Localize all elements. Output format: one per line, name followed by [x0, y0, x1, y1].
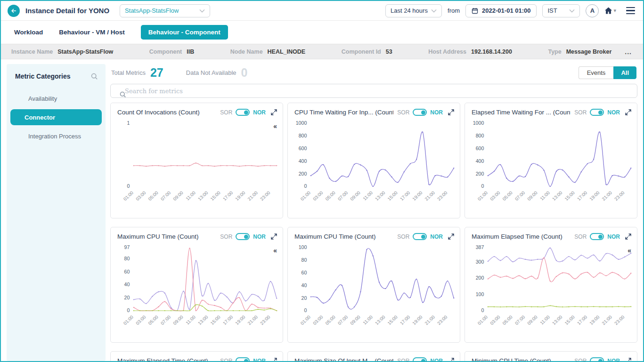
svg-text:17:00: 17:00 — [399, 314, 411, 326]
instance-select[interactable]: StatsApp-StatsFlow — [120, 4, 210, 17]
metric-card-title: CPU Time Waiting For Inp... (Count) — [294, 109, 393, 116]
tab-behaviour-vm-host[interactable]: Behaviour - VM / Host — [59, 29, 125, 36]
sor-nor-toggle[interactable] — [413, 357, 427, 361]
info-label: Type — [548, 48, 561, 55]
svg-text:19:00: 19:00 — [588, 314, 601, 326]
svg-text:23:00: 23:00 — [613, 314, 626, 326]
svg-text:100: 100 — [476, 292, 484, 297]
search-icon[interactable] — [91, 73, 98, 80]
svg-text:13:00: 13:00 — [197, 314, 209, 326]
svg-text:0: 0 — [481, 308, 484, 314]
svg-text:600: 600 — [299, 146, 307, 151]
datetime-picker[interactable]: 2022-01-01 01:00 — [465, 4, 537, 17]
data-not-available-value: 0 — [241, 66, 248, 80]
sor-nor-toggle[interactable] — [236, 357, 250, 361]
expand-icon[interactable] — [625, 109, 631, 115]
sidebar-item-availability[interactable]: Availability — [10, 90, 102, 106]
expand-icon[interactable] — [625, 358, 631, 361]
sor-nor-toggle[interactable] — [590, 233, 604, 240]
legend-collapse-icon[interactable]: « — [273, 247, 277, 254]
svg-text:0: 0 — [481, 184, 484, 189]
expand-icon[interactable] — [625, 233, 631, 240]
sor-nor-toggle[interactable] — [413, 233, 427, 240]
timezone-value: IST — [547, 7, 557, 14]
svg-text:17:00: 17:00 — [222, 314, 234, 326]
svg-text:11:00: 11:00 — [362, 314, 374, 325]
svg-text:0: 0 — [127, 184, 130, 189]
timezone-select[interactable]: IST — [542, 4, 580, 17]
time-range-value: Last 24 hours — [391, 7, 428, 14]
expand-icon[interactable] — [448, 358, 454, 361]
svg-text:15:00: 15:00 — [563, 190, 576, 201]
home-menu[interactable]: ▾ — [604, 7, 616, 14]
sor-label: SOR — [397, 109, 409, 116]
expand-icon[interactable] — [271, 358, 277, 361]
metric-chart: 0200400600800100001:0003:0005:0007:0009:… — [465, 117, 637, 211]
sor-nor-toggle[interactable] — [236, 233, 250, 240]
sidebar-item-label: Connector — [24, 114, 55, 121]
svg-text:07:00: 07:00 — [514, 314, 526, 326]
sor-nor-toggle[interactable] — [590, 357, 604, 361]
sor-label: SOR — [397, 233, 409, 240]
expand-icon[interactable] — [271, 109, 277, 115]
all-button[interactable]: All — [613, 66, 636, 79]
info-field-component-id: Component Id 53 — [342, 48, 392, 55]
svg-text:13:00: 13:00 — [551, 190, 563, 201]
svg-text:21:00: 21:00 — [246, 190, 259, 201]
nor-label: NOR — [430, 358, 443, 362]
svg-text:03:00: 03:00 — [489, 190, 501, 201]
search-input[interactable] — [110, 84, 637, 98]
chevron-down-icon — [199, 9, 205, 13]
svg-text:1: 1 — [127, 121, 130, 126]
info-value: HEAL_INODE — [268, 48, 306, 55]
info-value: 53 — [386, 48, 392, 55]
info-value: Message Broker — [566, 48, 612, 55]
svg-text:800: 800 — [299, 134, 307, 139]
chevron-down-icon — [431, 9, 437, 13]
metric-card: Maximum CPU Time (Count)SORNOR0204060801… — [287, 227, 460, 343]
svg-text:800: 800 — [476, 134, 484, 139]
hamburger-menu-icon[interactable] — [625, 6, 636, 16]
legend-collapse-icon[interactable]: « — [273, 123, 277, 129]
expand-icon[interactable] — [448, 233, 454, 240]
metric-card-title: Count Of Invocations (Count) — [117, 109, 200, 116]
avatar[interactable]: A — [586, 4, 599, 17]
tab-workload[interactable]: Workload — [14, 29, 43, 36]
metric-card-title: Maximum Elapsed Time (Count) — [117, 357, 208, 361]
more-options-icon[interactable]: ... — [625, 48, 632, 56]
svg-text:05:00: 05:00 — [324, 190, 336, 201]
info-label: Node Name — [230, 48, 263, 55]
svg-text:05:00: 05:00 — [147, 314, 159, 326]
metric-chart: 0204060809701:0003:0005:0007:0009:0011:0… — [111, 241, 283, 335]
svg-text:19:00: 19:00 — [588, 190, 601, 201]
info-label: Component Id — [342, 48, 381, 55]
sidebar-item-connector[interactable]: Connector — [10, 109, 102, 125]
info-value: StatsApp-StatsFlow — [57, 48, 113, 55]
info-field-node-name: Node Name HEAL_INODE — [230, 48, 305, 55]
svg-text:300: 300 — [476, 259, 484, 265]
nor-label: NOR — [430, 109, 443, 116]
sor-nor-toggle[interactable] — [236, 109, 250, 116]
sidebar-title: Metric Categories — [15, 72, 70, 80]
svg-text:387: 387 — [476, 245, 484, 250]
svg-text:01:00: 01:00 — [122, 190, 134, 201]
time-range-select[interactable]: Last 24 hours — [385, 4, 442, 17]
svg-text:15:00: 15:00 — [209, 190, 221, 201]
svg-text:09:00: 09:00 — [526, 314, 538, 326]
events-button[interactable]: Events — [579, 66, 614, 79]
sor-nor-toggle[interactable] — [590, 109, 604, 116]
legend-collapse-icon[interactable]: « — [628, 247, 631, 254]
svg-text:09:00: 09:00 — [349, 190, 361, 201]
expand-icon[interactable] — [271, 233, 277, 240]
back-button[interactable] — [8, 5, 20, 17]
sor-nor-toggle[interactable] — [413, 109, 427, 116]
svg-text:15:00: 15:00 — [563, 314, 576, 326]
tab-behaviour-component[interactable]: Behaviour - Component — [141, 25, 228, 40]
metric-chart: 0200400600800100001:0003:0005:0007:0009:… — [288, 117, 460, 211]
sidebar-item-integration-process[interactable]: Integration Process — [10, 128, 102, 144]
expand-icon[interactable] — [448, 109, 454, 115]
svg-text:19:00: 19:00 — [234, 314, 246, 326]
svg-text:17:00: 17:00 — [576, 314, 588, 326]
svg-text:100: 100 — [299, 245, 307, 250]
svg-text:20: 20 — [302, 296, 307, 301]
